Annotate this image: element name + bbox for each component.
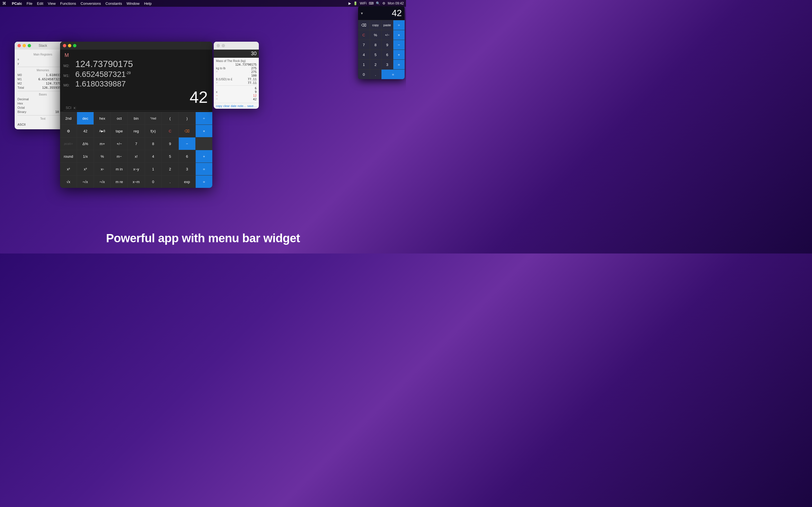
btn-9[interactable]: 9 xyxy=(162,137,179,150)
btn-minus[interactable]: − xyxy=(179,137,195,150)
menu-conversions[interactable]: Conversions xyxy=(81,1,101,6)
btn-1[interactable]: 1 xyxy=(145,163,161,175)
btn-42[interactable]: 42 xyxy=(77,125,94,137)
btn-0[interactable]: 0 xyxy=(145,175,161,188)
menu-help[interactable]: Help xyxy=(144,1,152,6)
btn-x2[interactable]: x² xyxy=(60,163,77,175)
widget-btn-minus[interactable]: − xyxy=(393,40,405,50)
btn-hex[interactable]: hex xyxy=(94,112,110,124)
btn-7[interactable]: 7 xyxy=(128,137,144,150)
btn-decimal[interactable]: . xyxy=(162,175,179,188)
widget-btn-divide[interactable]: ÷ xyxy=(393,20,405,30)
menu-window[interactable]: Window xyxy=(126,1,140,6)
btn-xm[interactable]: x~m xyxy=(128,175,144,188)
calc-minimize-button[interactable] xyxy=(68,44,71,47)
btn-sqrt[interactable]: √x xyxy=(60,175,77,188)
widget-btn-4[interactable]: 4 xyxy=(358,50,370,59)
btn-settings[interactable]: ⚙ xyxy=(60,125,77,137)
btn-pcalc-logo[interactable]: pcalc4 xyxy=(60,137,77,150)
btn-plusminus[interactable]: +/− xyxy=(111,137,128,150)
rp-copy-btn[interactable]: copy xyxy=(216,104,222,108)
btn-atob[interactable]: A▶B xyxy=(94,125,110,137)
widget-btn-plusminus[interactable]: +/− xyxy=(382,30,393,40)
btn-fx[interactable]: f(x) xyxy=(145,125,161,137)
widget-btn-3[interactable]: 3 xyxy=(382,60,393,69)
widget-dropdown-icon[interactable]: ▾ xyxy=(361,11,363,15)
widget-btn-dot[interactable]: . xyxy=(370,69,382,79)
control-center-icon[interactable]: ⚙ xyxy=(382,1,386,5)
widget-btn-backspace[interactable]: ⌫ xyxy=(358,20,370,30)
rp-save-btn[interactable]: save… xyxy=(247,104,257,108)
widget-btn-2[interactable]: 2 xyxy=(370,60,382,69)
search-icon[interactable]: 🔍 xyxy=(376,1,380,5)
close-button[interactable] xyxy=(17,44,21,47)
widget-btn-plus[interactable]: + xyxy=(393,50,405,59)
maximize-button[interactable] xyxy=(28,44,31,47)
btn-multiply[interactable]: × xyxy=(196,125,212,137)
btn-exp[interactable]: exp xyxy=(179,175,195,188)
btn-nth-sqrt[interactable]: n√x xyxy=(77,175,94,188)
widget-btn-paste[interactable]: paste xyxy=(382,20,393,30)
widget-btn-5[interactable]: 5 xyxy=(370,50,382,59)
btn-round[interactable]: round xyxy=(60,150,77,163)
btn-reg[interactable]: reg xyxy=(128,125,144,137)
btn-5[interactable]: 5 xyxy=(162,150,179,163)
widget-btn-equals-1[interactable]: = xyxy=(393,60,405,69)
btn-3[interactable]: 3 xyxy=(179,163,195,175)
btn-mminus[interactable]: m− xyxy=(111,150,128,163)
menu-constants[interactable]: Constants xyxy=(105,1,122,6)
calc-close-button[interactable] xyxy=(63,44,66,47)
btn-reciprocal[interactable]: 1/x xyxy=(77,150,94,163)
btn-xn[interactable]: xn xyxy=(94,163,110,175)
widget-btn-0[interactable]: 0 xyxy=(358,69,370,79)
rp-close[interactable] xyxy=(216,44,220,47)
btn-mre[interactable]: m re xyxy=(111,175,128,188)
widget-btn-1[interactable]: 1 xyxy=(358,60,370,69)
rp-clear-btn[interactable]: clear xyxy=(223,104,230,108)
menu-functions[interactable]: Functions xyxy=(60,1,76,6)
calc-maximize-button[interactable] xyxy=(73,44,77,47)
widget-btn-9[interactable]: 9 xyxy=(382,40,393,50)
btn-deg-rad[interactable]: °/rad xyxy=(145,112,161,124)
btn-tape[interactable]: tape xyxy=(111,125,128,137)
btn-x3[interactable]: x³ xyxy=(77,163,94,175)
btn-oct[interactable]: oct xyxy=(111,112,128,124)
btn-equals-1[interactable]: = xyxy=(196,163,212,175)
rp-note-btn[interactable]: note… xyxy=(238,104,246,108)
btn-2[interactable]: 2 xyxy=(162,163,179,175)
btn-delta-pct[interactable]: Δ% xyxy=(77,137,94,150)
widget-btn-multiply[interactable]: × xyxy=(393,30,405,40)
btn-backspace[interactable]: ⌫ xyxy=(179,125,195,137)
menu-view[interactable]: View xyxy=(48,1,56,6)
btn-nth-sqrt2[interactable]: n√x xyxy=(94,175,110,188)
minimize-button[interactable] xyxy=(22,44,26,47)
btn-min[interactable]: m in xyxy=(111,163,128,175)
btn-divide[interactable]: ÷ xyxy=(196,112,212,124)
btn-2nd[interactable]: 2nd xyxy=(60,112,77,124)
menu-edit[interactable]: Edit xyxy=(37,1,43,6)
btn-open-paren[interactable]: ( xyxy=(162,112,179,124)
widget-btn-c[interactable]: C xyxy=(358,30,370,40)
rp-date-btn[interactable]: date xyxy=(231,104,236,108)
btn-equals-2[interactable]: = xyxy=(196,175,212,188)
btn-plus[interactable]: + xyxy=(196,150,212,163)
btn-xswap[interactable]: x~y xyxy=(128,163,144,175)
btn-close-paren[interactable]: ) xyxy=(179,112,195,124)
rp-minimize[interactable] xyxy=(221,44,225,47)
btn-clear[interactable]: C xyxy=(162,125,179,137)
btn-factorial[interactable]: x! xyxy=(128,150,144,163)
widget-btn-copy[interactable]: copy xyxy=(370,20,382,30)
menu-pcalc[interactable]: PCalc xyxy=(12,1,22,6)
btn-dec[interactable]: dec xyxy=(77,112,94,124)
btn-4[interactable]: 4 xyxy=(145,150,161,163)
btn-8[interactable]: 8 xyxy=(145,137,161,150)
widget-btn-pct[interactable]: % xyxy=(370,30,382,40)
widget-btn-8[interactable]: 8 xyxy=(370,40,382,50)
btn-mplus[interactable]: m+ xyxy=(94,137,110,150)
btn-bin[interactable]: bin xyxy=(128,112,144,124)
widget-btn-6[interactable]: 6 xyxy=(382,50,393,59)
widget-btn-equals-2[interactable]: = xyxy=(382,69,405,79)
menu-file[interactable]: File xyxy=(27,1,33,6)
btn-6[interactable]: 6 xyxy=(179,150,195,163)
btn-pct[interactable]: % xyxy=(94,150,110,163)
